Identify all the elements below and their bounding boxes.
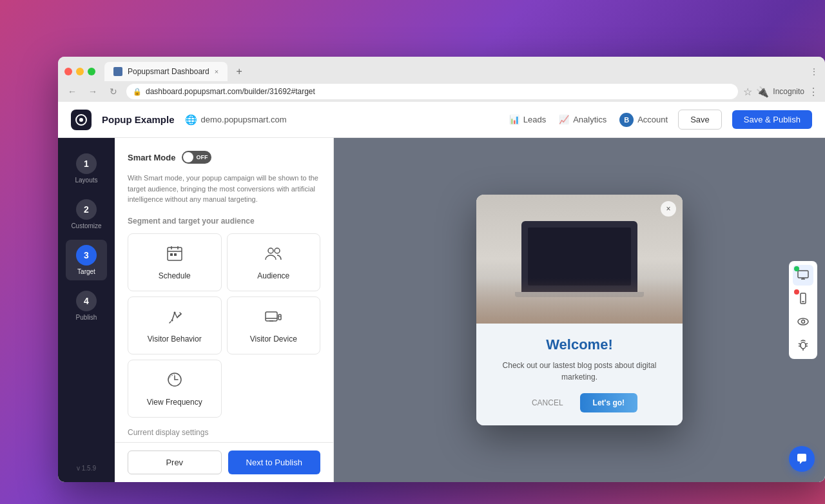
popup-preview: ×	[476, 195, 683, 425]
account-nav-item[interactable]: B Account	[619, 113, 668, 127]
svg-point-10	[171, 319, 173, 321]
targeting-card-visitor-behavior[interactable]: Visitor Behavior	[128, 296, 222, 354]
sidebar-step-3[interactable]: 3 Target	[66, 240, 107, 280]
segment-title: Segment and target your audience	[128, 217, 320, 226]
step-circle-4: 4	[76, 291, 97, 311]
mobile-view-button[interactable]	[793, 288, 813, 309]
nav-actions: ☆ 🔌 Incognito ⋮	[743, 86, 819, 98]
svg-line-27	[806, 344, 808, 344]
save-publish-button[interactable]: Save & Publish	[732, 110, 812, 129]
leads-nav-item[interactable]: 📊 Leads	[509, 115, 546, 124]
app-domain: 🌐 demo.popupsmart.com	[185, 114, 287, 126]
visitor-behavior-icon	[166, 307, 184, 329]
debug-button[interactable]	[793, 334, 813, 355]
smart-mode-toggle[interactable]: OFF	[182, 151, 211, 164]
audience-icon	[264, 244, 282, 266]
popup-actions: CANCEL Let's go!	[489, 393, 670, 412]
smart-mode-label: Smart Mode	[128, 153, 175, 162]
app-logo	[71, 110, 92, 130]
back-button[interactable]: ←	[64, 84, 80, 99]
domain-text: demo.popupsmart.com	[201, 115, 287, 124]
desktop-view-button[interactable]	[793, 265, 813, 286]
step-circle-3: 3	[76, 245, 97, 266]
svg-rect-12	[266, 312, 277, 321]
address-bar[interactable]: 🔒 dashboard.popupsmart.com/builder/31692…	[126, 84, 738, 99]
analytics-icon: 📈	[559, 115, 569, 124]
schedule-icon	[166, 244, 184, 266]
minimize-window-button[interactable]	[76, 68, 84, 75]
svg-point-1	[79, 118, 83, 122]
chat-bubble-button[interactable]	[789, 446, 815, 472]
inactive-indicator	[794, 289, 799, 295]
targeting-card-view-frequency[interactable]: View Frequency	[128, 360, 222, 418]
close-window-button[interactable]	[64, 68, 72, 75]
tab-close-button[interactable]: ×	[215, 68, 218, 75]
svg-rect-18	[798, 271, 808, 278]
sidebar-step-2[interactable]: 2 Customize	[66, 194, 107, 235]
svg-point-25	[801, 342, 806, 349]
smart-mode-description: With Smart mode, your popup campaign wil…	[128, 173, 320, 205]
bookmark-icon[interactable]: ☆	[743, 86, 752, 98]
leads-icon: 📊	[509, 115, 519, 124]
step-label-3: Target	[77, 268, 95, 275]
popup-image	[476, 195, 683, 324]
app-title: Popup Example	[102, 114, 175, 125]
visitor-device-icon	[264, 307, 282, 329]
account-label: Account	[637, 115, 668, 124]
next-button[interactable]: Next to Publish	[228, 451, 321, 474]
browser-chrome: Popupsmart Dashboard × + ⋮ ← → ↻ 🔒 dashb…	[58, 57, 825, 102]
account-avatar: B	[619, 113, 634, 127]
svg-point-9	[275, 248, 280, 253]
prev-button[interactable]: Prev	[128, 451, 222, 474]
tab-bar: Popupsmart Dashboard × + ⋮	[58, 57, 825, 81]
popup-cta-button[interactable]: Let's go!	[580, 393, 638, 412]
analytics-label: Analytics	[573, 115, 607, 124]
popup-body: Welcome! Check out our lastest blog post…	[476, 324, 683, 425]
svg-point-8	[268, 248, 273, 253]
laptop-illustration	[476, 195, 683, 324]
profile-label: Incognito	[773, 87, 804, 96]
sidebar-step-4[interactable]: 4 Publish	[66, 286, 107, 326]
preview-tools	[789, 261, 817, 359]
browser-window: Popupsmart Dashboard × + ⋮ ← → ↻ 🔒 dashb…	[58, 57, 825, 482]
leads-label: Leads	[523, 115, 546, 124]
save-button[interactable]: Save	[678, 110, 722, 130]
step-circle-2: 2	[76, 199, 97, 220]
step-circle-1: 1	[76, 153, 97, 174]
app-header: Popup Example 🌐 demo.popupsmart.com 📊 Le…	[58, 102, 825, 138]
extension-icon[interactable]: 🔌	[756, 86, 769, 98]
menu-icon[interactable]: ⋮	[808, 86, 819, 98]
svg-point-24	[802, 320, 805, 324]
tab-title: Popupsmart Dashboard	[128, 67, 209, 76]
panel-content: Smart Mode OFF With Smart mode, your pop…	[115, 138, 333, 442]
analytics-nav-item[interactable]: 📈 Analytics	[559, 115, 607, 124]
left-panel: Smart Mode OFF With Smart mode, your pop…	[115, 138, 334, 482]
panel-footer: Prev Next to Publish	[115, 442, 333, 482]
new-tab-button[interactable]: +	[230, 63, 248, 81]
address-text: dashboard.popupsmart.com/builder/31692#t…	[146, 87, 315, 96]
targeting-card-visitor-device[interactable]: Visitor Device	[227, 296, 321, 354]
sidebar-step-1[interactable]: 1 Layouts	[66, 148, 107, 189]
visitor-device-label: Visitor Device	[250, 334, 297, 344]
view-frequency-icon	[166, 371, 184, 393]
toggle-text: OFF	[196, 154, 208, 160]
visitor-behavior-label: Visitor Behavior	[148, 334, 202, 344]
lock-icon: 🔒	[133, 88, 142, 96]
targeting-card-schedule[interactable]: Schedule	[128, 233, 222, 291]
popup-cancel-button[interactable]: CANCEL	[521, 393, 574, 412]
main-layout: 1 Layouts 2 Customize 3 Target 4 Publish…	[58, 138, 825, 482]
step-label-1: Layouts	[75, 177, 97, 184]
smart-mode-row: Smart Mode OFF	[128, 151, 320, 164]
current-settings-label: Current display settings	[128, 428, 320, 437]
browser-tab[interactable]: Popupsmart Dashboard ×	[104, 62, 228, 81]
popup-description: Check out our lastest blog posts about d…	[489, 360, 670, 383]
app-content: Popup Example 🌐 demo.popupsmart.com 📊 Le…	[58, 102, 825, 482]
schedule-label: Schedule	[159, 271, 191, 280]
preview-button[interactable]	[793, 311, 813, 332]
maximize-window-button[interactable]	[88, 68, 95, 75]
nav-bar: ← → ↻ 🔒 dashboard.popupsmart.com/builder…	[58, 81, 825, 102]
forward-button[interactable]: →	[85, 84, 101, 99]
reload-button[interactable]: ↻	[106, 84, 121, 99]
popup-close-button[interactable]: ×	[661, 201, 676, 217]
targeting-card-audience[interactable]: Audience	[227, 233, 321, 291]
